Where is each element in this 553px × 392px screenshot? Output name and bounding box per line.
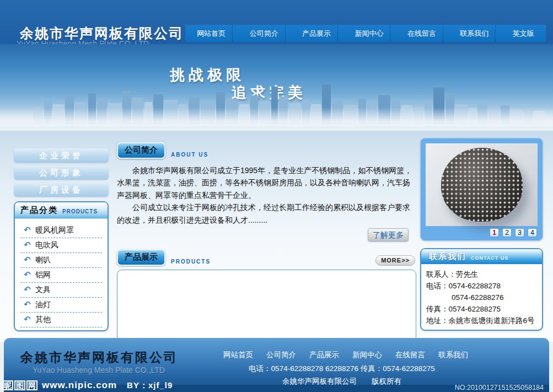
mesh-dome-product-image: [441, 148, 523, 222]
product-category-box: 产品分类 PRODUCTS ↶暖风机网罩 ↶电吹风 ↶喇叭 ↶铝网 ↶文具 ↶油…: [14, 201, 109, 331]
contact-phone-2: 0574-62288276: [426, 292, 538, 304]
products-section-header: 产品展示 PRODUCTS MORE>>: [117, 249, 416, 266]
category-item-other[interactable]: ↶其他: [20, 313, 102, 327]
nav-item-english[interactable]: 英文版: [506, 25, 541, 42]
contact-box: 联系我们 CONTACT US 联系人：劳先生 电话：0574-62288278…: [420, 248, 543, 331]
contact-subtitle: CONTACT US: [471, 255, 508, 261]
category-item-label: 油灯: [35, 300, 51, 309]
curved-arrow-icon: ↶: [24, 270, 31, 280]
footer-nav-news[interactable]: 新闻中心: [352, 350, 382, 360]
category-item-hairdryer[interactable]: ↶电吹风: [20, 238, 102, 253]
header: 余姚市华声网板有限公司 YuYao Huasheng Mesh Plate CO…: [0, 0, 553, 44]
hero-banner: 挑战极限 追求完美: [0, 44, 553, 131]
curved-arrow-icon: ↶: [24, 299, 31, 309]
watermark-author: BY：xjf_l9: [127, 380, 173, 391]
product-photo: [426, 143, 538, 226]
nipic-logo-char: 图: [14, 380, 25, 391]
nav-item-contact[interactable]: 联系我们: [453, 25, 496, 42]
category-item-label: 暖风机网罩: [35, 225, 74, 234]
contact-phone-1: 电话：0574-62288278: [426, 281, 538, 292]
footer-nav: 网站首页 公司简介 产品展示 新闻中心 在线留言 联系我们: [223, 350, 468, 360]
about-section-header: 公司简介 ABOUT US: [117, 142, 416, 159]
category-item-heater-mesh[interactable]: ↶暖风机网罩: [20, 223, 102, 238]
footer-nav-products[interactable]: 产品展示: [309, 350, 339, 360]
page-button-2[interactable]: 2: [502, 228, 512, 237]
nav-item-about[interactable]: 公司简介: [243, 25, 286, 42]
curved-arrow-icon: ↶: [24, 314, 31, 324]
sidebar-item-image[interactable]: 公司形象: [14, 165, 109, 180]
contact-fax: 传真：0574-62288275: [426, 304, 538, 315]
category-item-label: 其他: [35, 315, 51, 324]
nav-item-home[interactable]: 网站首页: [190, 25, 233, 42]
about-text: 余姚市华声网板有限公司成立于1995年，是专业生产不锈钢制品，如不锈钢网篮，水果…: [117, 164, 416, 226]
product-gallery: 1 2 3 4: [420, 138, 543, 241]
category-item-oil-lamp[interactable]: ↶油灯: [20, 298, 102, 313]
footer-nav-about[interactable]: 公司简介: [266, 350, 296, 360]
nav-item-message[interactable]: 在线留言: [401, 25, 443, 42]
products-display-box: [117, 270, 416, 348]
contact-header: 联系我们 CONTACT US: [421, 249, 542, 264]
footer-nav-home[interactable]: 网站首页: [223, 350, 253, 360]
nipic-logo-char: 网: [26, 380, 37, 391]
page: 余姚市华声网板有限公司 YuYao Huasheng Mesh Plate CO…: [0, 0, 553, 392]
page-button-4[interactable]: 4: [528, 228, 537, 237]
footer-nav-contact[interactable]: 联系我们: [438, 350, 468, 360]
content-area: 企业荣誉 公司形象 厂房设备 产品分类 PRODUCTS ↶暖风机网罩 ↶电吹风…: [0, 131, 553, 342]
category-item-label: 文具: [35, 285, 51, 294]
curved-arrow-icon: ↶: [24, 284, 31, 294]
serial-number: NO:20100127151525058184: [455, 384, 544, 391]
about-paragraph-2: 公司成立以来专注于网板的冲孔技术，经过长期工作经验的累积以及根据客户要求的改进，…: [117, 201, 416, 226]
curved-arrow-icon: ↶: [24, 255, 31, 265]
sidebar-item-honor[interactable]: 企业荣誉: [14, 148, 109, 163]
main-column: 公司简介 ABOUT US 余姚市华声网板有限公司成立于1995年，是专业生产不…: [117, 142, 416, 348]
category-item-label: 喇叭: [35, 255, 51, 264]
category-item-label: 电吹风: [35, 240, 58, 249]
nipic-url: www.nipic.com: [42, 380, 117, 391]
page-button-3[interactable]: 3: [515, 228, 524, 237]
about-paragraph-1: 余姚市华声网板有限公司成立于1995年，是专业生产不锈钢制品，如不锈钢网篮，水果…: [117, 164, 416, 201]
sidebar-item-equipment[interactable]: 厂房设备: [14, 182, 109, 197]
category-item-speaker[interactable]: ↶喇叭: [20, 253, 102, 268]
footer: 余姚市华声网板有限公司 YuYao Huasheng Mesh Plate CO…: [0, 338, 553, 392]
contact-person: 联系人：劳先生: [426, 269, 538, 281]
page-button-1[interactable]: 1: [490, 228, 499, 237]
skyline-haze: [0, 108, 553, 126]
contact-address: 地址：余姚市低塘街道新洋路6号: [426, 315, 538, 327]
nav-item-products[interactable]: 产品展示: [296, 25, 338, 42]
nipic-watermark: 昵 图 网 www.nipic.com BY：xjf_l9: [2, 380, 173, 391]
category-item-stationery[interactable]: ↶文具: [20, 283, 102, 298]
products-badge[interactable]: 产品展示: [117, 249, 165, 266]
about-badge[interactable]: 公司简介: [117, 142, 165, 159]
learn-more-button[interactable]: 了解更多: [368, 228, 409, 241]
category-item-aluminum-mesh[interactable]: ↶铝网: [20, 268, 102, 283]
footer-company-name-en: YuYao Huasheng Mesh Plate CO.,LTD: [33, 366, 165, 374]
category-subtitle: PRODUCTS: [62, 208, 98, 214]
footer-nav-message[interactable]: 在线留言: [395, 350, 425, 360]
contact-details: 联系人：劳先生 电话：0574-62288278 0574-62288276 传…: [421, 264, 542, 327]
more-button[interactable]: MORE>>: [375, 255, 415, 266]
curved-arrow-icon: ↶: [24, 225, 31, 235]
nipic-logo-char: 昵: [2, 380, 13, 391]
gallery-pagination: 1 2 3 4: [490, 228, 537, 237]
nipic-logo: 昵 图 网: [2, 380, 37, 391]
footer-company-name: 余姚市华声网板有限公司: [20, 349, 178, 366]
category-list: ↶暖风机网罩 ↶电吹风 ↶喇叭 ↶铝网 ↶文具 ↶油灯 ↶其他: [15, 219, 108, 327]
about-subtitle: ABOUT US: [171, 152, 208, 158]
category-item-label: 铝网: [35, 270, 51, 279]
footer-phone-line: 电话：0574-62288278 62288276 传真：0574-622882…: [223, 364, 460, 374]
main-nav: 网站首页 公司简介 产品展示 新闻中心 在线留言 联系我们 英文版: [185, 25, 546, 42]
nav-item-news[interactable]: 新闻中心: [348, 25, 390, 42]
contact-title: 联系我们: [429, 251, 466, 262]
product-category-header: 产品分类 PRODUCTS: [15, 202, 108, 219]
curved-arrow-icon: ↶: [24, 240, 31, 250]
category-title: 产品分类: [20, 205, 58, 216]
products-subtitle: PRODUCTS: [171, 259, 211, 265]
